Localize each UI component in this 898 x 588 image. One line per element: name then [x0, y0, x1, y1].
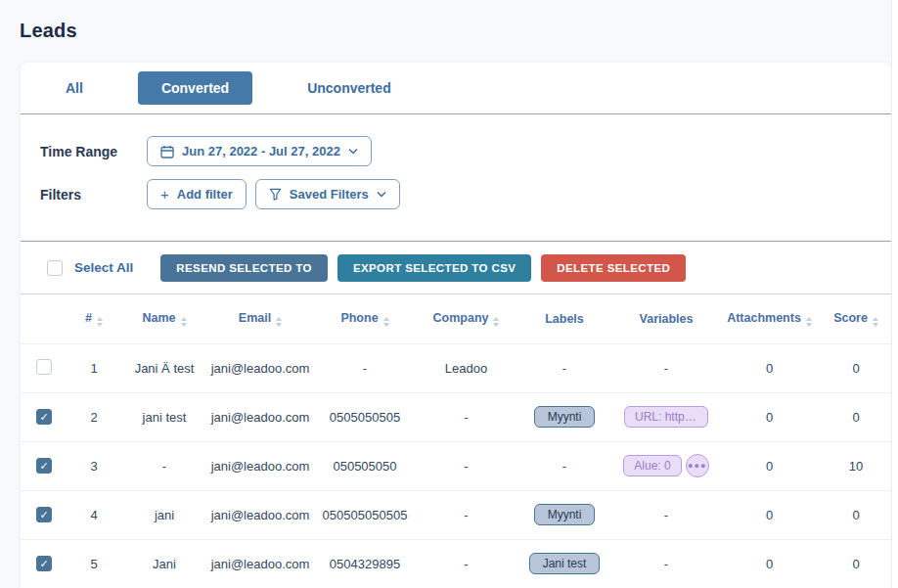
plus-icon: +	[160, 187, 169, 202]
cell-company: Leadoo	[418, 343, 515, 392]
filter-section: Time Range Jun 27, 2022 - Jul 27, 2022 F…	[21, 114, 891, 242]
cell-name: Jani	[120, 539, 208, 588]
column-header-score[interactable]: Score	[821, 294, 891, 343]
resend-selected-button[interactable]: RESEND SELECTED TO	[160, 254, 328, 282]
column-label: Variables	[640, 312, 694, 326]
sort-down-arrow	[873, 323, 878, 327]
row-checkbox[interactable]: ✓	[36, 458, 52, 474]
chevron-down-icon	[377, 191, 386, 198]
table-row: ✓4janijani@leadoo.com050505050505-Myynti…	[21, 490, 891, 539]
cell-variables: -	[614, 343, 718, 392]
tab-all[interactable]: All	[66, 80, 83, 96]
cell-company: -	[418, 392, 515, 441]
row-checkbox[interactable]	[36, 359, 52, 375]
sort-up-arrow	[383, 317, 389, 321]
add-filter-button[interactable]: + Add filter	[147, 179, 247, 209]
label-pill: Jani test	[529, 553, 601, 574]
sort-down-arrow	[97, 323, 103, 327]
sort-down-arrow	[383, 323, 389, 327]
column-header-num[interactable]: #	[67, 294, 120, 343]
add-filter-label: Add filter	[177, 187, 233, 202]
select-all-checkbox[interactable]	[47, 260, 63, 276]
cell-checkbox: ✓	[21, 392, 67, 441]
sort-icon	[806, 317, 812, 327]
column-label: Name	[142, 311, 175, 325]
delete-selected-button[interactable]: DELETE SELECTED	[541, 254, 686, 282]
cell-checkbox: ✓	[21, 539, 67, 588]
cell-attachments: 0	[718, 490, 821, 539]
table-row: ✓3-jani@leadoo.com050505050--Alue: 0●●●0…	[21, 441, 891, 490]
column-header-email[interactable]: Email	[208, 294, 312, 343]
cell-checkbox: ✓	[21, 441, 67, 490]
saved-filters-label: Saved Filters	[290, 187, 369, 202]
sort-up-arrow	[873, 317, 878, 321]
sort-icon	[873, 317, 878, 327]
cell-email: jani@leadoo.com	[208, 343, 312, 392]
saved-filters-button[interactable]: Saved Filters	[255, 179, 400, 209]
sort-icon	[97, 317, 103, 327]
cell-labels: Jani test	[515, 539, 614, 588]
cell-labels: Myynti	[515, 392, 614, 441]
column-header-attachments[interactable]: Attachments	[718, 294, 821, 343]
leads-table-body: 1Jani Ä testjani@leadoo.com-Leadoo--00✓2…	[21, 343, 891, 588]
column-header-variables: Variables	[614, 294, 718, 343]
column-label: Company	[433, 311, 489, 325]
cell-name: Jani Ä test	[120, 343, 208, 392]
variable-pill: URL: https:...	[624, 406, 708, 428]
cell-phone: 0504329895	[312, 539, 418, 588]
column-header-phone[interactable]: Phone	[312, 294, 418, 343]
cell-attachments: 0	[718, 343, 821, 392]
cell-labels: Myynti	[515, 490, 614, 539]
label-pill: Myynti	[534, 504, 596, 525]
row-checkbox[interactable]: ✓	[36, 556, 52, 571]
sort-icon	[383, 317, 389, 327]
more-variables-button[interactable]: ●●●	[686, 454, 709, 477]
table-row: ✓5Janijani@leadoo.com0504329895-Jani tes…	[21, 539, 891, 588]
select-all-label[interactable]: Select All	[74, 260, 133, 275]
checkbox-column-header	[21, 294, 67, 343]
column-label: Score	[833, 311, 868, 325]
sort-icon	[276, 317, 282, 327]
calendar-icon	[160, 145, 174, 158]
row-checkbox[interactable]: ✓	[36, 409, 52, 425]
tab-converted[interactable]: Converted	[138, 71, 252, 105]
cell-phone: 0505050505	[312, 392, 418, 441]
variable-pill: Alue: 0	[623, 455, 681, 476]
cell-attachments: 0	[718, 441, 821, 490]
date-range-button[interactable]: Jun 27, 2022 - Jul 27, 2022	[147, 136, 372, 166]
cell-labels: -	[515, 343, 614, 392]
cell-score: 0	[821, 539, 891, 588]
sort-up-arrow	[493, 317, 499, 321]
cell-num: 5	[67, 539, 120, 588]
bulk-actions-row: Select All RESEND SELECTED TO EXPORT SEL…	[21, 242, 891, 294]
tab-unconverted[interactable]: Unconverted	[307, 80, 391, 96]
column-label: Phone	[340, 311, 378, 325]
column-header-name[interactable]: Name	[120, 294, 208, 343]
cell-name: -	[120, 441, 208, 490]
leads-card: All Converted Unconverted Time Range Jun…	[21, 63, 891, 588]
cell-phone: 050505050505	[312, 490, 418, 539]
cell-labels: -	[515, 441, 614, 490]
scrollbar-gutter[interactable]	[891, 0, 898, 588]
cell-attachments: 0	[718, 539, 821, 588]
cell-company: -	[418, 539, 515, 588]
cell-phone: 050505050	[312, 441, 418, 490]
cell-variables: -	[614, 490, 718, 539]
column-header-company[interactable]: Company	[418, 294, 515, 343]
export-selected-button[interactable]: EXPORT SELECTED TO CSV	[337, 254, 531, 282]
cell-name: jani	[120, 490, 208, 539]
column-label: Email	[239, 311, 271, 325]
table-row: 1Jani Ä testjani@leadoo.com-Leadoo--00	[21, 343, 891, 392]
cell-attachments: 0	[718, 392, 821, 441]
cell-name: jani test	[120, 392, 208, 441]
sort-down-arrow	[276, 323, 282, 327]
cell-email: jani@leadoo.com	[208, 392, 312, 441]
label-pill: Myynti	[534, 406, 596, 428]
cell-num: 4	[67, 490, 120, 539]
cell-email: jani@leadoo.com	[208, 539, 312, 588]
table-row: ✓2jani testjani@leadoo.com0505050505-Myy…	[21, 392, 891, 441]
cell-phone: -	[312, 343, 418, 392]
row-checkbox[interactable]: ✓	[36, 507, 52, 522]
filters-row: Filters + Add filter Saved Filters	[21, 179, 891, 209]
column-label: Attachments	[727, 311, 801, 325]
